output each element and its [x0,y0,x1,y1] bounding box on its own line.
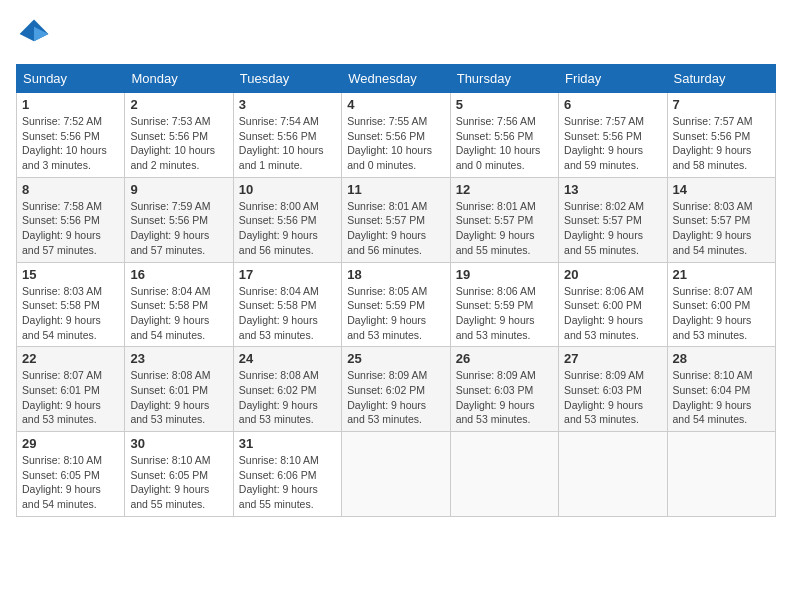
calendar-cell: 17 Sunrise: 8:04 AM Sunset: 5:58 PM Dayl… [233,262,341,347]
calendar-cell: 29 Sunrise: 8:10 AM Sunset: 6:05 PM Dayl… [17,432,125,517]
day-number: 24 [239,351,336,366]
day-info: Sunrise: 8:10 AM Sunset: 6:05 PM Dayligh… [22,453,119,512]
day-info: Sunrise: 7:55 AM Sunset: 5:56 PM Dayligh… [347,114,444,173]
calendar-cell: 2 Sunrise: 7:53 AM Sunset: 5:56 PM Dayli… [125,93,233,178]
day-number: 25 [347,351,444,366]
calendar-cell: 6 Sunrise: 7:57 AM Sunset: 5:56 PM Dayli… [559,93,667,178]
day-number: 18 [347,267,444,282]
day-number: 11 [347,182,444,197]
day-info: Sunrise: 8:05 AM Sunset: 5:59 PM Dayligh… [347,284,444,343]
day-number: 7 [673,97,770,112]
day-number: 29 [22,436,119,451]
calendar-cell: 25 Sunrise: 8:09 AM Sunset: 6:02 PM Dayl… [342,347,450,432]
calendar-cell: 23 Sunrise: 8:08 AM Sunset: 6:01 PM Dayl… [125,347,233,432]
calendar-cell: 30 Sunrise: 8:10 AM Sunset: 6:05 PM Dayl… [125,432,233,517]
calendar-cell: 5 Sunrise: 7:56 AM Sunset: 5:56 PM Dayli… [450,93,558,178]
day-info: Sunrise: 8:01 AM Sunset: 5:57 PM Dayligh… [456,199,553,258]
day-number: 5 [456,97,553,112]
day-info: Sunrise: 7:52 AM Sunset: 5:56 PM Dayligh… [22,114,119,173]
day-info: Sunrise: 8:03 AM Sunset: 5:58 PM Dayligh… [22,284,119,343]
day-number: 19 [456,267,553,282]
day-info: Sunrise: 8:04 AM Sunset: 5:58 PM Dayligh… [130,284,227,343]
day-number: 4 [347,97,444,112]
day-number: 26 [456,351,553,366]
day-info: Sunrise: 8:09 AM Sunset: 6:02 PM Dayligh… [347,368,444,427]
logo [16,16,56,52]
day-number: 20 [564,267,661,282]
day-info: Sunrise: 7:53 AM Sunset: 5:56 PM Dayligh… [130,114,227,173]
calendar-cell: 15 Sunrise: 8:03 AM Sunset: 5:58 PM Dayl… [17,262,125,347]
calendar-cell: 28 Sunrise: 8:10 AM Sunset: 6:04 PM Dayl… [667,347,775,432]
day-number: 14 [673,182,770,197]
calendar-table: SundayMondayTuesdayWednesdayThursdayFrid… [16,64,776,517]
day-info: Sunrise: 8:06 AM Sunset: 6:00 PM Dayligh… [564,284,661,343]
calendar-cell [559,432,667,517]
day-number: 3 [239,97,336,112]
day-info: Sunrise: 8:04 AM Sunset: 5:58 PM Dayligh… [239,284,336,343]
day-number: 8 [22,182,119,197]
calendar-cell: 7 Sunrise: 7:57 AM Sunset: 5:56 PM Dayli… [667,93,775,178]
calendar-cell: 27 Sunrise: 8:09 AM Sunset: 6:03 PM Dayl… [559,347,667,432]
calendar-cell: 21 Sunrise: 8:07 AM Sunset: 6:00 PM Dayl… [667,262,775,347]
calendar-cell: 10 Sunrise: 8:00 AM Sunset: 5:56 PM Dayl… [233,177,341,262]
page-header [16,16,776,52]
day-info: Sunrise: 8:02 AM Sunset: 5:57 PM Dayligh… [564,199,661,258]
week-row-5: 29 Sunrise: 8:10 AM Sunset: 6:05 PM Dayl… [17,432,776,517]
weekday-header-row: SundayMondayTuesdayWednesdayThursdayFrid… [17,65,776,93]
day-number: 12 [456,182,553,197]
day-info: Sunrise: 7:58 AM Sunset: 5:56 PM Dayligh… [22,199,119,258]
week-row-2: 8 Sunrise: 7:58 AM Sunset: 5:56 PM Dayli… [17,177,776,262]
calendar-cell [667,432,775,517]
calendar-cell: 11 Sunrise: 8:01 AM Sunset: 5:57 PM Dayl… [342,177,450,262]
calendar-cell [450,432,558,517]
day-info: Sunrise: 7:57 AM Sunset: 5:56 PM Dayligh… [673,114,770,173]
calendar-cell: 4 Sunrise: 7:55 AM Sunset: 5:56 PM Dayli… [342,93,450,178]
day-number: 6 [564,97,661,112]
calendar-cell: 26 Sunrise: 8:09 AM Sunset: 6:03 PM Dayl… [450,347,558,432]
calendar-cell: 20 Sunrise: 8:06 AM Sunset: 6:00 PM Dayl… [559,262,667,347]
calendar-cell: 3 Sunrise: 7:54 AM Sunset: 5:56 PM Dayli… [233,93,341,178]
day-info: Sunrise: 8:10 AM Sunset: 6:04 PM Dayligh… [673,368,770,427]
calendar-cell: 19 Sunrise: 8:06 AM Sunset: 5:59 PM Dayl… [450,262,558,347]
day-number: 15 [22,267,119,282]
day-number: 10 [239,182,336,197]
weekday-header-monday: Monday [125,65,233,93]
day-info: Sunrise: 8:00 AM Sunset: 5:56 PM Dayligh… [239,199,336,258]
day-info: Sunrise: 7:56 AM Sunset: 5:56 PM Dayligh… [456,114,553,173]
weekday-header-wednesday: Wednesday [342,65,450,93]
calendar-cell: 16 Sunrise: 8:04 AM Sunset: 5:58 PM Dayl… [125,262,233,347]
day-number: 22 [22,351,119,366]
day-number: 13 [564,182,661,197]
week-row-3: 15 Sunrise: 8:03 AM Sunset: 5:58 PM Dayl… [17,262,776,347]
day-info: Sunrise: 8:10 AM Sunset: 6:06 PM Dayligh… [239,453,336,512]
weekday-header-tuesday: Tuesday [233,65,341,93]
day-info: Sunrise: 8:06 AM Sunset: 5:59 PM Dayligh… [456,284,553,343]
day-number: 1 [22,97,119,112]
day-number: 30 [130,436,227,451]
calendar-cell: 12 Sunrise: 8:01 AM Sunset: 5:57 PM Dayl… [450,177,558,262]
day-number: 16 [130,267,227,282]
day-info: Sunrise: 8:08 AM Sunset: 6:02 PM Dayligh… [239,368,336,427]
day-info: Sunrise: 8:08 AM Sunset: 6:01 PM Dayligh… [130,368,227,427]
calendar-cell: 1 Sunrise: 7:52 AM Sunset: 5:56 PM Dayli… [17,93,125,178]
day-number: 9 [130,182,227,197]
day-number: 31 [239,436,336,451]
day-number: 17 [239,267,336,282]
weekday-header-saturday: Saturday [667,65,775,93]
weekday-header-thursday: Thursday [450,65,558,93]
calendar-cell: 18 Sunrise: 8:05 AM Sunset: 5:59 PM Dayl… [342,262,450,347]
calendar-cell: 9 Sunrise: 7:59 AM Sunset: 5:56 PM Dayli… [125,177,233,262]
day-info: Sunrise: 8:01 AM Sunset: 5:57 PM Dayligh… [347,199,444,258]
calendar-cell [342,432,450,517]
day-number: 2 [130,97,227,112]
calendar-cell: 22 Sunrise: 8:07 AM Sunset: 6:01 PM Dayl… [17,347,125,432]
day-info: Sunrise: 7:54 AM Sunset: 5:56 PM Dayligh… [239,114,336,173]
logo-icon [16,16,52,52]
calendar-cell: 8 Sunrise: 7:58 AM Sunset: 5:56 PM Dayli… [17,177,125,262]
day-info: Sunrise: 8:03 AM Sunset: 5:57 PM Dayligh… [673,199,770,258]
week-row-1: 1 Sunrise: 7:52 AM Sunset: 5:56 PM Dayli… [17,93,776,178]
day-info: Sunrise: 8:07 AM Sunset: 6:00 PM Dayligh… [673,284,770,343]
weekday-header-sunday: Sunday [17,65,125,93]
day-info: Sunrise: 8:09 AM Sunset: 6:03 PM Dayligh… [456,368,553,427]
day-number: 28 [673,351,770,366]
